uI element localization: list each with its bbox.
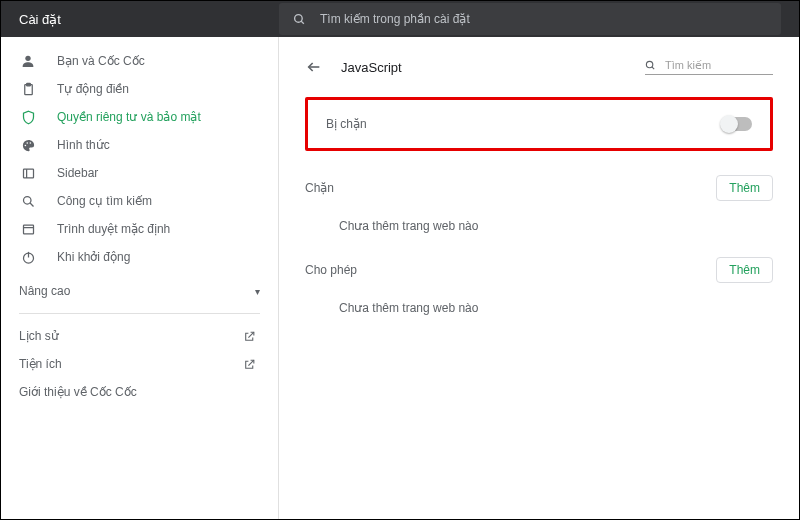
svg-point-6 (26, 142, 28, 144)
sidebar-advanced-label: Nâng cao (19, 284, 70, 298)
svg-point-2 (25, 56, 30, 61)
sidebar-item-appearance[interactable]: Hình thức (1, 131, 278, 159)
sidebar-item-label: Công cụ tìm kiếm (57, 194, 152, 208)
add-allow-button[interactable]: Thêm (716, 257, 773, 283)
app-header: Cài đặt Tìm kiếm trong phần cài đặt (1, 1, 799, 37)
search-icon (645, 60, 659, 71)
external-link-icon (243, 330, 256, 343)
external-link-icon (243, 358, 256, 371)
page-title: JavaScript (341, 60, 645, 75)
sidebar-link-about[interactable]: Giới thiệu về Cốc Cốc (1, 378, 278, 406)
sidebar-item-startup[interactable]: Khi khởi động (1, 243, 278, 271)
sidebar-item-label: Hình thức (57, 138, 110, 152)
section-empty-text: Chưa thêm trang web nào (305, 283, 773, 315)
global-search-input[interactable]: Tìm kiếm trong phần cài đặt (279, 3, 781, 35)
shield-icon (19, 108, 37, 126)
svg-rect-8 (23, 169, 33, 178)
sidebar-item-label: Bạn và Cốc Cốc (57, 54, 145, 68)
sidebar-item-default-browser[interactable]: Trình duyệt mặc định (1, 215, 278, 243)
svg-line-11 (30, 203, 33, 206)
divider (19, 313, 260, 314)
power-icon (19, 248, 37, 266)
sidebar-link-extensions[interactable]: Tiện ích (1, 350, 278, 378)
section-block: Chặn Thêm Chưa thêm trang web nào (305, 175, 773, 233)
person-icon (19, 52, 37, 70)
search-icon (293, 13, 306, 26)
add-block-button[interactable]: Thêm (716, 175, 773, 201)
sidebar-item-label: Trình duyệt mặc định (57, 222, 170, 236)
browser-icon (19, 220, 37, 238)
blocked-label: Bị chặn (326, 117, 367, 131)
svg-line-1 (301, 21, 304, 24)
svg-rect-12 (23, 225, 33, 234)
section-empty-text: Chưa thêm trang web nào (305, 201, 773, 233)
main-panel: JavaScript Tìm kiếm Bị chặn Chặn Thêm Ch… (279, 37, 799, 519)
svg-point-10 (23, 196, 31, 204)
chevron-down-icon: ▾ (255, 286, 260, 297)
sidebar-advanced[interactable]: Nâng cao ▾ (1, 277, 278, 305)
sidebar-item-autofill[interactable]: Tự động điền (1, 75, 278, 103)
sidebar-item-label: Sidebar (57, 166, 98, 180)
sidebar-link-label: Lịch sử (19, 329, 59, 343)
app-title: Cài đặt (1, 12, 279, 27)
sidebar-item-search-engine[interactable]: Công cụ tìm kiếm (1, 187, 278, 215)
svg-line-18 (652, 67, 654, 69)
page-search-input[interactable]: Tìm kiếm (645, 59, 773, 75)
section-title: Cho phép (305, 263, 357, 277)
svg-point-0 (295, 14, 303, 22)
sidebar-link-label: Giới thiệu về Cốc Cốc (19, 385, 137, 399)
panel-icon (19, 164, 37, 182)
sidebar-item-label: Tự động điền (57, 82, 129, 96)
sidebar-item-privacy[interactable]: Quyền riêng tư và bảo mật (1, 103, 278, 131)
svg-point-17 (646, 61, 652, 67)
sidebar-link-history[interactable]: Lịch sử (1, 322, 278, 350)
blocked-toggle[interactable] (722, 117, 752, 131)
clipboard-icon (19, 80, 37, 98)
svg-rect-4 (26, 83, 30, 86)
svg-point-5 (24, 144, 26, 146)
sidebar-item-label: Khi khởi động (57, 250, 130, 264)
sidebar-item-you[interactable]: Bạn và Cốc Cốc (1, 47, 278, 75)
palette-icon (19, 136, 37, 154)
toggle-knob (720, 115, 738, 133)
section-title: Chặn (305, 181, 334, 195)
sidebar: Bạn và Cốc Cốc Tự động điền Quyền riêng … (1, 37, 279, 519)
global-search-placeholder: Tìm kiếm trong phần cài đặt (320, 12, 470, 26)
sidebar-item-sidebar[interactable]: Sidebar (1, 159, 278, 187)
svg-point-7 (29, 142, 31, 144)
search-icon (19, 192, 37, 210)
back-button[interactable] (305, 58, 323, 76)
blocked-toggle-row: Bị chặn (305, 97, 773, 151)
section-allow: Cho phép Thêm Chưa thêm trang web nào (305, 257, 773, 315)
sidebar-item-label: Quyền riêng tư và bảo mật (57, 110, 201, 124)
page-search-placeholder: Tìm kiếm (665, 59, 711, 72)
sidebar-link-label: Tiện ích (19, 357, 62, 371)
